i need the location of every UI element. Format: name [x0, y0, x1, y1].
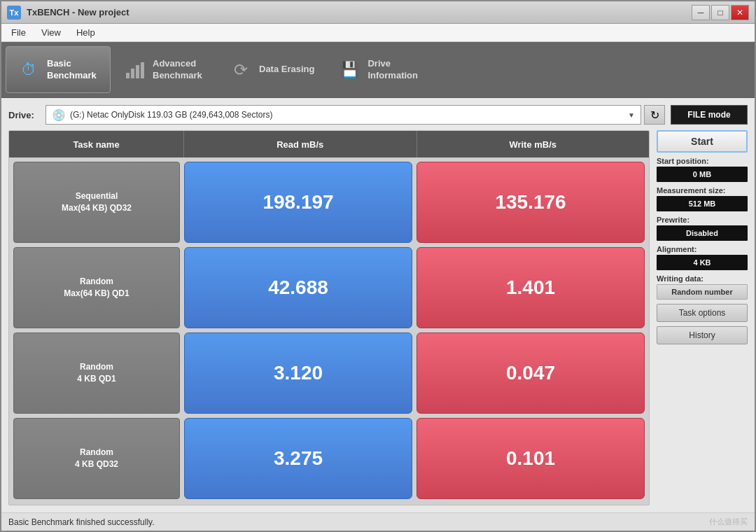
drive-information-label: Drive Information — [368, 58, 418, 82]
restore-button[interactable]: □ — [711, 5, 729, 20]
start-position-value: 0 MB — [657, 167, 748, 182]
titlebar: Tx TxBENCH - New project ─ □ ✕ — [1, 1, 755, 24]
read-value-random-64kb: 42.688 — [184, 247, 412, 328]
main-window: Tx TxBENCH - New project ─ □ ✕ File View… — [0, 0, 756, 532]
start-label: Start — [691, 136, 713, 147]
task-cell-random-4kb-qd32: Random 4 KB QD32 — [13, 418, 180, 499]
benchmark-table: Task name Read mB/s Write mB/s Sequentia… — [8, 130, 650, 505]
tab-drive-information[interactable]: 💾 Drive Information — [327, 46, 432, 93]
status-text: Basic Benchmark finished successfully. — [8, 517, 155, 527]
drive-information-icon: 💾 — [338, 59, 360, 81]
table-rows: Sequential Max(64 KB) QD32 198.197 135.1… — [9, 158, 649, 505]
writing-data-section: Writing data: Random number — [657, 274, 748, 300]
writing-data-label: Writing data: — [657, 274, 748, 283]
col-header-task: Task name — [9, 131, 184, 158]
data-erasing-label: Data Erasing — [259, 64, 314, 76]
writing-data-value: Random number — [657, 284, 748, 300]
svg-rect-1 — [131, 69, 134, 78]
start-position-section: Start position: 0 MB — [657, 157, 748, 182]
alignment-label: Alignment: — [657, 245, 748, 253]
task-cell-random-64kb: Random Max(64 KB) QD1 — [13, 247, 180, 328]
start-position-label: Start position: — [657, 157, 748, 165]
app-icon: Tx — [7, 6, 21, 20]
drive-row: Drive: 💿 (G:) Netac OnlyDisk 119.03 GB (… — [8, 105, 748, 125]
right-panel: Start Start position: 0 MB Measurement s… — [657, 130, 748, 505]
data-erasing-icon: ⟳ — [230, 59, 252, 81]
col-header-write: Write mB/s — [417, 131, 650, 158]
svg-rect-0 — [126, 73, 130, 78]
task-name-random-64kb: Random Max(64 KB) QD1 — [64, 276, 129, 300]
refresh-button[interactable]: ↻ — [644, 105, 665, 125]
drive-select[interactable]: 💿 (G:) Netac OnlyDisk 119.03 GB (249,643… — [46, 105, 641, 125]
task-name-random-4kb-qd1: Random 4 KB QD1 — [77, 361, 115, 385]
task-options-label: Task options — [679, 308, 726, 318]
measurement-size-label: Measurement size: — [657, 186, 748, 195]
write-value-sequential: 135.176 — [416, 162, 645, 243]
read-value-random-4kb-qd32: 3.275 — [184, 418, 412, 499]
col-header-read: Read mB/s — [184, 131, 417, 158]
advanced-benchmark-icon — [123, 59, 146, 81]
file-mode-button[interactable]: FILE mode — [671, 105, 748, 125]
watermark-text: 什么值得买 — [709, 517, 748, 527]
drive-label: Drive: — [8, 110, 40, 120]
dropdown-arrow-icon: ▼ — [628, 111, 635, 119]
prewrite-value: Disabled — [657, 225, 748, 241]
refresh-icon: ↻ — [650, 108, 659, 122]
task-cell-random-4kb-qd1: Random 4 KB QD1 — [13, 332, 180, 414]
prewrite-section: Prewrite: Disabled — [657, 216, 748, 241]
advanced-benchmark-label: Advanced Benchmark — [153, 58, 202, 82]
main-content-row: Task name Read mB/s Write mB/s Sequentia… — [8, 130, 748, 505]
table-row: Random 4 KB QD1 3.120 0.047 — [13, 332, 645, 414]
prewrite-label: Prewrite: — [657, 216, 748, 224]
svg-rect-3 — [141, 62, 144, 78]
menubar: File View Help — [1, 24, 755, 42]
history-label: History — [689, 330, 715, 340]
read-value-sequential: 198.197 — [184, 162, 412, 243]
read-value-random-4kb-qd1: 3.120 — [184, 332, 412, 414]
basic-benchmark-icon: ⏱ — [18, 59, 40, 81]
menu-view[interactable]: View — [34, 25, 68, 40]
drive-select-disk-icon: 💿 — [52, 108, 66, 122]
write-value-random-4kb-qd32: 0.101 — [416, 418, 645, 499]
history-button[interactable]: History — [657, 326, 748, 344]
window-title: TxBENCH - New project — [27, 7, 692, 18]
toolbar: ⏱ Basic Benchmark Advanced Benchmark ⟳ D… — [1, 42, 755, 98]
table-header: Task name Read mB/s Write mB/s — [9, 131, 649, 158]
write-value-random-64kb: 1.401 — [416, 247, 645, 328]
measurement-size-section: Measurement size: 512 MB — [657, 186, 748, 211]
menu-help[interactable]: Help — [69, 25, 102, 40]
task-name-random-4kb-qd32: Random 4 KB QD32 — [75, 447, 118, 470]
minimize-button[interactable]: ─ — [692, 5, 710, 20]
task-options-button[interactable]: Task options — [657, 304, 748, 322]
svg-rect-2 — [136, 65, 139, 78]
table-row: Sequential Max(64 KB) QD32 198.197 135.1… — [13, 162, 645, 243]
drive-select-wrap: 💿 (G:) Netac OnlyDisk 119.03 GB (249,643… — [46, 105, 665, 125]
task-cell-sequential: Sequential Max(64 KB) QD32 — [13, 162, 180, 243]
tab-basic-benchmark[interactable]: ⏱ Basic Benchmark — [6, 46, 111, 93]
statusbar: Basic Benchmark finished successfully. 什… — [1, 512, 755, 531]
table-row: Random 4 KB QD32 3.275 0.101 — [13, 418, 645, 499]
start-button[interactable]: Start — [657, 130, 748, 153]
write-value-random-4kb-qd1: 0.047 — [416, 332, 645, 414]
alignment-value: 4 KB — [657, 255, 748, 270]
measurement-size-value: 512 MB — [657, 196, 748, 211]
alignment-section: Alignment: 4 KB — [657, 245, 748, 270]
task-name-sequential: Sequential Max(64 KB) QD32 — [62, 190, 132, 214]
tab-advanced-benchmark[interactable]: Advanced Benchmark — [112, 46, 217, 93]
table-row: Random Max(64 KB) QD1 42.688 1.401 — [13, 247, 645, 328]
file-mode-label: FILE mode — [687, 110, 730, 120]
drive-select-value: (G:) Netac OnlyDisk 119.03 GB (249,643,0… — [70, 110, 272, 120]
tab-data-erasing[interactable]: ⟳ Data Erasing — [218, 46, 326, 93]
content-area: Drive: 💿 (G:) Netac OnlyDisk 119.03 GB (… — [1, 98, 755, 512]
window-controls: ─ □ ✕ — [692, 5, 749, 20]
basic-benchmark-label: Basic Benchmark — [47, 58, 97, 82]
close-button[interactable]: ✕ — [731, 5, 749, 20]
menu-file[interactable]: File — [4, 25, 33, 40]
